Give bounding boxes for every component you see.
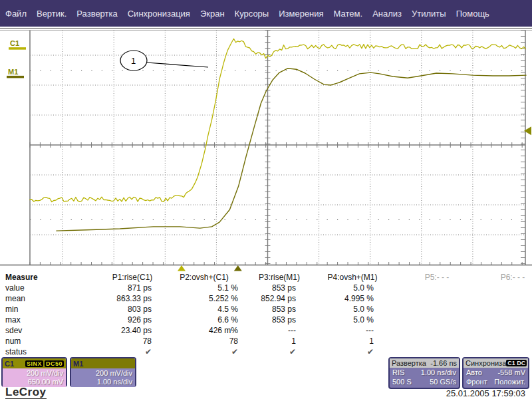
trigger-title: Синхрониза bbox=[466, 359, 506, 367]
measure-value-p4-mean: 4.995 % bbox=[344, 294, 374, 303]
timebase-box[interactable]: Развертка -1.66 ns RIS 1.00 ns/div 500 S… bbox=[388, 357, 460, 389]
measure-column-header-p5[interactable]: P5:- - - bbox=[425, 273, 450, 282]
measure-table-title: Measure bbox=[5, 273, 38, 282]
menu-item-утилиты[interactable]: Утилиты bbox=[412, 9, 446, 19]
trigger-box[interactable]: Синхрониза C1 DC Авто -558 mV Фронт Поло… bbox=[462, 357, 529, 389]
menu-item-синхронизация[interactable]: Синхронизация bbox=[128, 9, 190, 19]
c1-trace-label: C1 bbox=[10, 39, 19, 47]
measure-value-p4-value: 5.0 % bbox=[353, 283, 374, 293]
trigger-level: -558 mV bbox=[497, 368, 525, 377]
measure-value-p3-value: 853 ps bbox=[272, 283, 296, 293]
channel-box-body: 200 mV/div650.00 mV bbox=[3, 368, 66, 387]
measure-row-label-status: status bbox=[5, 347, 59, 356]
measure-value-p1-value: 871 ps bbox=[128, 283, 152, 293]
trigger-slope: Положит. bbox=[494, 377, 525, 386]
measure-row-label-max: max bbox=[5, 315, 59, 325]
measure-value-p4-status: ✔ bbox=[367, 347, 374, 356]
channel-setting: 1.00 ns/div bbox=[71, 377, 135, 386]
measure-value-p2-value: 5.1 % bbox=[217, 283, 238, 293]
channel-box-body: 200 mV/div1.00 ns/div bbox=[71, 368, 135, 387]
menu-item-вертик[interactable]: Вертик. bbox=[37, 9, 66, 19]
measure-row-label-sdev: sdev bbox=[5, 326, 59, 335]
channel-badge-dc50: DC50 bbox=[45, 360, 64, 367]
m1-trace-label: M1 bbox=[8, 68, 18, 76]
timebase-scale: 1.00 ns/div bbox=[421, 368, 456, 377]
trigger-row: Авто -558 mV bbox=[464, 368, 528, 377]
timebase-row: RIS 1.00 ns/div bbox=[390, 368, 459, 377]
timebase-title: Развертка bbox=[392, 359, 426, 367]
timestamp: 25.01.2005 17:59:03 bbox=[446, 388, 525, 398]
trigger-row: Фронт Положит. bbox=[464, 377, 528, 386]
measure-value-p3-max: 853 ps bbox=[272, 315, 296, 325]
measure-row-label-min: min bbox=[5, 305, 59, 314]
timebase-mode: RIS bbox=[392, 368, 404, 377]
measure-column-header-p1[interactable]: P1:rise(C1) bbox=[112, 273, 153, 282]
measure-column-header-p2[interactable]: P2:ovsh+(C1) bbox=[180, 273, 229, 282]
channel-setting: 200 mV/div bbox=[3, 368, 66, 377]
channel-box-c1[interactable]: C1SINXDC50200 mV/div650.00 mV bbox=[1, 357, 67, 387]
measure-value-p3-mean: 852.94 ps bbox=[261, 294, 296, 303]
timebase-row: 500 S 50 GS/s bbox=[390, 377, 459, 386]
measure-value-p3-sdev: --- bbox=[288, 326, 296, 335]
channel-box-header: C1SINXDC50 bbox=[3, 358, 66, 368]
menu-item-помощь[interactable]: Помощь bbox=[456, 9, 489, 19]
measure-column-header-p6[interactable]: P6:- - - bbox=[501, 273, 525, 282]
trace-m1[interactable] bbox=[57, 68, 526, 231]
trigger-type: Фронт bbox=[466, 377, 487, 386]
balloon-pointer-line bbox=[146, 63, 208, 67]
measure-value-p1-min: 803 ps bbox=[128, 305, 152, 314]
measure-value-p1-max: 926 ps bbox=[128, 315, 152, 325]
measure-value-p1-mean: 863.33 ps bbox=[116, 294, 152, 303]
measure-value-p1-status: ✔ bbox=[145, 347, 152, 356]
menu-item-курсоры[interactable]: Курсоры bbox=[235, 9, 269, 19]
measure-value-p2-sdev: 426 m% bbox=[209, 326, 238, 335]
m1-level-marker[interactable] bbox=[7, 76, 24, 78]
measure-column-header-p4[interactable]: P4:ovsh+(M1) bbox=[327, 273, 377, 282]
trigger-source-badge: C1 DC bbox=[506, 360, 527, 366]
measure-value-p1-num: 78 bbox=[143, 336, 152, 346]
timebase-header: Развертка -1.66 ns bbox=[390, 358, 459, 368]
measure-value-p2-mean: 5.252 % bbox=[209, 294, 238, 303]
menu-item-матем[interactable]: Матем. bbox=[334, 9, 363, 19]
timebase-position-value: -1.66 ns bbox=[430, 359, 457, 367]
c1-time-marker[interactable] bbox=[178, 265, 186, 271]
measure-column-header-p3[interactable]: P3:rise(M1) bbox=[259, 273, 300, 282]
measure-value-p2-max: 6.6 % bbox=[217, 315, 238, 325]
measure-value-p3-num: 1 bbox=[291, 336, 296, 346]
channel-id-label: M1 bbox=[73, 360, 83, 368]
measure-value-p3-min: 853 ps bbox=[272, 305, 296, 314]
measure-row-label-num: num bbox=[5, 336, 59, 346]
measure-value-p4-max: 5.0 % bbox=[353, 315, 374, 325]
oscilloscope-screen: ФайлВертик.РазверткаСинхронизацияЭкранКу… bbox=[0, 0, 532, 399]
timebase-samplerate: 50 GS/s bbox=[430, 377, 456, 386]
menu-item-экран[interactable]: Экран bbox=[200, 9, 225, 19]
trigger-header: Синхрониза C1 DC bbox=[464, 358, 528, 368]
c1-level-marker[interactable] bbox=[9, 47, 26, 50]
measure-value-p2-num: 78 bbox=[229, 336, 238, 346]
menu-item-анализ[interactable]: Анализ bbox=[372, 9, 402, 19]
channel-setting: 200 mV/div bbox=[71, 368, 135, 377]
measure-value-p3-status: ✔ bbox=[289, 347, 296, 356]
channel-box-m1[interactable]: M1200 mV/div1.00 ns/div bbox=[70, 357, 136, 387]
measure-value-p4-num: 1 bbox=[369, 336, 374, 346]
timebase-samples: 500 S bbox=[392, 377, 412, 386]
channel-box-header: M1 bbox=[71, 358, 135, 368]
menu-item-измерения[interactable]: Измерения bbox=[279, 9, 323, 19]
measure-value-p4-min: 5.0 % bbox=[353, 305, 374, 314]
measure-value-p1-sdev: 23.40 ps bbox=[121, 326, 152, 335]
channel-id-label: C1 bbox=[5, 360, 14, 368]
lecroy-logo: LeCroy bbox=[5, 386, 47, 399]
menu-bar: ФайлВертик.РазверткаСинхронизацияЭкранКу… bbox=[0, 0, 532, 27]
measure-row-label-value: value bbox=[5, 283, 59, 293]
trace-c1[interactable] bbox=[30, 39, 526, 201]
menu-item-развертка[interactable]: Развертка bbox=[76, 9, 117, 19]
menu-item-файл[interactable]: Файл bbox=[5, 9, 27, 19]
measure-value-p4-sdev: --- bbox=[366, 326, 374, 335]
channel-badge-sinx: SINX bbox=[25, 360, 43, 367]
measure-row-label-mean: mean bbox=[5, 294, 59, 303]
waveform-plot[interactable]: C1M11 bbox=[0, 28, 532, 274]
trigger-mode: Авто bbox=[466, 368, 482, 377]
m1-time-marker[interactable] bbox=[234, 265, 242, 271]
measure-value-p2-status: ✔ bbox=[231, 347, 238, 356]
measure-value-p2-min: 4.5 % bbox=[217, 305, 238, 314]
